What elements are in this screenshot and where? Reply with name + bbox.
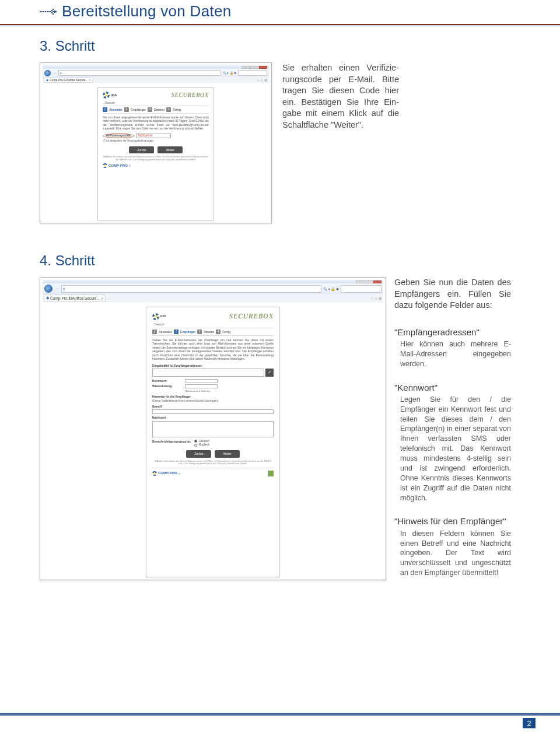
verify-code-label: Verifizierungscode: [103,134,134,138]
forward-icon: → [54,286,60,292]
section-heading-recipients: "Empfängeradressen" [394,327,511,338]
browser-tab: ◆Comp-Pro iDAoffice Secure...× [44,294,106,301]
close-icon: ✕ [373,280,382,283]
password-hint: (Mindestens 4 Zeichen) [185,390,274,392]
verify-code-input: SsDCqAXmt [136,134,171,138]
comppro-logo: COMP-PRO® [103,163,209,168]
comppro-logo: COMP-PRO® [152,471,180,476]
back-icon: ← [44,285,52,293]
recipient-input [152,369,264,377]
divider-red [0,24,560,25]
search-box [341,285,382,293]
svg-rect-9 [52,9,54,10]
address-bar: e [58,70,221,76]
step4-intro: Geben Sie nun die Daten des Empfängers e… [394,277,511,311]
wizard-steps: 1Absender 2Empfänger 3Dateien 4Fertig [152,328,274,336]
message-label: Nachricht [152,416,274,419]
footer-rule-1 [0,713,560,714]
password-label: Kennwort: [152,379,183,383]
card-info-text: Geben Sie die E-Mail-Adressen der Empfän… [152,338,274,361]
notification-lang-label: Benachrichtigungssprache: [152,440,191,443]
lang-option-de: Deutsch [194,440,209,443]
card-footnote: iDAoffice Securebox, der sichere Datenau… [103,156,209,161]
browser-toolbar: ← → e 🔍 ▾ 🔒 ✖ [43,69,269,77]
footer-rule-2 [0,714,560,716]
section-text-hint: In diesen Feldern können Sie einen Betre… [394,529,511,578]
step3-description: Sie erhalten einen Verifizie­rungscode p… [282,62,399,223]
lang-indicator: ○ Deutsch [103,101,209,105]
tab-row: ◆Comp-Pro iDAoffice Secure...× ⌂☆⚙ [43,77,269,83]
maximize-icon: □ [250,66,258,69]
card-footnote: iDAoffice Securebox, der sichere Datenau… [152,460,274,465]
terms-text: ☐ Ich akzeptiere die Nutzungsbedingungen… [103,139,209,143]
tab-close-icon: × [101,296,103,300]
section-heading-hint: "Hinweis für den Empfänger" [394,515,511,527]
svg-rect-10 [52,11,54,12]
recipient-label: Eingabefeld für Empfängeradressen [152,364,274,367]
message-input [152,421,274,437]
securebox-card: iDA SECUREBOX ○ Deutsch 1Absender 2Empfä… [146,307,280,577]
page-title: Bereitstellung von Daten [62,2,231,20]
svg-rect-13 [54,12,55,13]
star-icon: ☆ [374,296,377,300]
svg-rect-12 [54,10,55,12]
subject-label: Betreff [152,405,274,408]
section-heading-password: "Kennwort" [394,382,511,394]
gear-icon: ⚙ [379,296,382,300]
securebox-card: iDA SECUREBOX ○ Deutsch 1Absender 2Empfä… [97,87,214,220]
svg-rect-0 [40,11,41,12]
step3-title: 3. Schritt [40,38,520,54]
svg-rect-2 [43,11,44,12]
svg-rect-11 [52,13,54,15]
status-indicator-icon [268,471,274,476]
lang-indicator: ○ Deutsch [152,323,274,327]
card-info-text: Die von Ihnen angegebene Absender-E-Mail… [103,116,209,131]
maximize-icon: □ [365,280,373,283]
tab-close-icon: × [89,78,91,82]
screenshot-step4: — □ ✕ ← → e 🔍 ▾ 🔒 ✖ ◆Comp-Pro iDAoffice … [40,277,386,580]
lang-option-en: Englisch [194,443,209,447]
step4-title: 4. Schritt [40,252,520,269]
next-button: Weiter [158,146,182,153]
screenshot-step3: — □ ✕ ← → e 🔍 ▾ 🔒 ✖ ◆Comp-Pro iDAoffice … [40,62,272,223]
svg-rect-5 [48,11,50,12]
password-repeat-input [185,384,218,388]
svg-rect-6 [50,11,51,12]
section-text-password: Legen Sie für den / die Empfänger ein Ke… [394,395,511,503]
securebox-title: SECUREBOX [229,312,274,321]
close-icon: ✕ [259,66,267,69]
browser-tab: ◆Comp-Pro iDAoffice Secure...× [44,78,93,83]
next-button: Weiter [215,450,239,457]
back-button: Zurück [186,450,211,457]
search-icon: 🔍 ▾ 🔒 ✖ [323,287,339,291]
section-text-recipients: Hier können auch mehrere E-Mail-Adressen… [394,339,511,369]
star-icon: ☆ [260,78,263,82]
browser-toolbar: ← → e 🔍 ▾ 🔒 ✖ [43,283,383,294]
hints-heading: Hinweise für die Empfänger: [152,395,274,398]
svg-rect-7 [51,10,52,11]
password-repeat-label: Wiederholung: [152,384,183,388]
forward-icon: → [52,71,57,75]
address-bar: e [61,285,321,293]
home-icon: ⌂ [257,78,259,82]
back-icon: ← [44,70,51,76]
svg-rect-4 [47,11,48,12]
ida-logo: iDA [152,313,166,320]
back-button: Zurück [129,146,154,153]
svg-rect-14 [55,11,57,12]
minimize-icon: — [356,280,364,283]
page-number: 2 [523,718,536,728]
home-icon: ⌂ [371,296,373,300]
svg-rect-3 [45,11,46,12]
wizard-steps: 1Absender 2Empfänger 3Dateien 4Fertig [103,106,209,114]
search-icon: 🔍 ▾ 🔒 ✖ [223,71,236,75]
minimize-icon: — [242,66,250,69]
svg-rect-1 [41,11,43,12]
confirm-recipient-button: ✓ [265,369,274,377]
hints-subtext: (Dieser Nachrichtentext wird unverschlüs… [152,399,274,403]
svg-rect-8 [51,12,52,13]
subject-input [152,409,274,414]
arrow-right-dotted-icon [40,8,57,15]
securebox-title: SECUREBOX [171,92,209,99]
password-input [185,379,218,383]
